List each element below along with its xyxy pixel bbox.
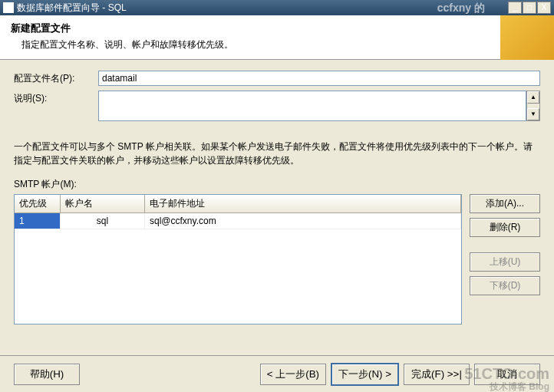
help-button[interactable]: 帮助(H) xyxy=(14,364,80,385)
table-header: 优先级 帐户名 电子邮件地址 xyxy=(15,195,461,213)
move-up-button[interactable]: 上移(U) xyxy=(470,252,540,272)
back-button[interactable]: < 上一步(B) xyxy=(260,364,326,385)
wizard-body: 配置文件名(P): 说明(S): ▲ ▼ 一个配置文件可以与多个 SMTP 帐户… xyxy=(0,60,554,335)
info-text: 一个配置文件可以与多个 SMTP 帐户相关联。如果某个帐户发送电子邮件失败，配置… xyxy=(14,140,540,167)
finish-button[interactable]: 完成(F) >>| xyxy=(404,364,470,385)
cell-email: sql@ccfxny.com xyxy=(145,213,461,229)
table-row[interactable]: 1 sql sql@ccfxny.com xyxy=(15,213,461,229)
description-scrollbar[interactable]: ▲ ▼ xyxy=(526,91,540,121)
page-subtitle: 指定配置文件名称、说明、帐户和故障转移优先级。 xyxy=(21,38,543,51)
scroll-up-icon[interactable]: ▲ xyxy=(527,91,539,104)
minimize-button[interactable]: _ xyxy=(508,2,522,14)
next-button[interactable]: 下一步(N) > xyxy=(331,363,399,386)
add-button[interactable]: 添加(A)... xyxy=(470,194,540,213)
col-account[interactable]: 帐户名 xyxy=(61,195,145,212)
side-buttons: 添加(A)... 删除(R) 上移(U) 下移(D) xyxy=(470,194,540,324)
cell-priority: 1 xyxy=(15,213,61,229)
smtp-accounts-table: 优先级 帐户名 电子邮件地址 1 sql sql@ccfxny.com xyxy=(14,194,462,324)
window-title: 数据库邮件配置向导 - SQL xyxy=(17,2,127,15)
smtp-section-label: SMTP 帐户(M): xyxy=(14,178,540,191)
titlebar: 数据库邮件配置向导 - SQL _ □ X xyxy=(0,0,554,15)
close-button[interactable]: X xyxy=(537,2,551,14)
profile-name-input[interactable] xyxy=(98,71,540,86)
cancel-button[interactable]: 取消 xyxy=(474,364,540,385)
profile-name-label: 配置文件名(P): xyxy=(14,71,98,85)
col-priority[interactable]: 优先级 xyxy=(15,195,61,212)
wizard-button-bar: 帮助(H) < 上一步(B) 下一步(N) > 完成(F) >>| 取消 xyxy=(0,355,554,392)
app-icon xyxy=(3,2,14,13)
cell-account: sql xyxy=(61,213,145,229)
page-title: 新建配置文件 xyxy=(11,21,543,35)
table-body: 1 sql sql@ccfxny.com xyxy=(15,213,461,324)
scroll-down-icon[interactable]: ▼ xyxy=(527,108,539,120)
move-down-button[interactable]: 下移(D) xyxy=(470,276,540,295)
maximize-button[interactable]: □ xyxy=(523,2,536,14)
header-graphic-icon xyxy=(500,15,554,60)
col-email[interactable]: 电子邮件地址 xyxy=(145,195,461,212)
remove-button[interactable]: 删除(R) xyxy=(470,218,540,237)
wizard-header: 新建配置文件 指定配置文件名称、说明、帐户和故障转移优先级。 xyxy=(0,15,554,60)
description-input[interactable] xyxy=(98,91,526,121)
description-label: 说明(S): xyxy=(14,91,98,105)
